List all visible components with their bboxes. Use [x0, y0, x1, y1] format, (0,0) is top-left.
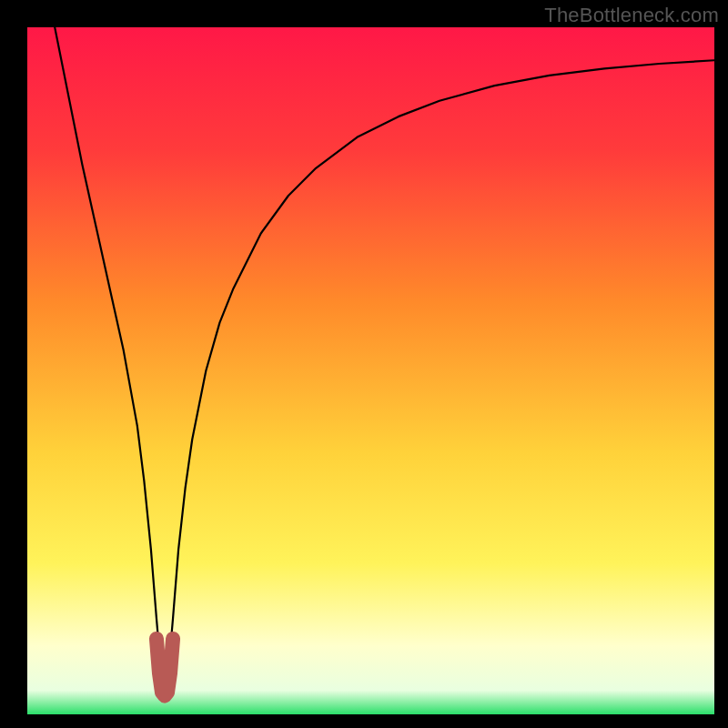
plot-area [27, 27, 714, 714]
watermark-text: TheBottleneck.com [544, 4, 719, 27]
chart-svg [27, 27, 714, 714]
chart-frame: TheBottleneck.com [0, 0, 728, 728]
